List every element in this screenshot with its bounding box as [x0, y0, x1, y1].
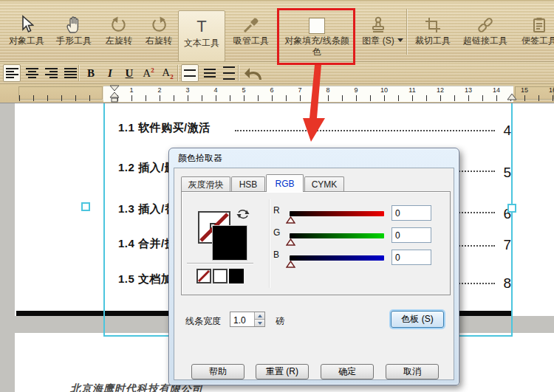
italic-icon: I	[108, 67, 112, 80]
ruler-number: 12	[437, 86, 444, 94]
color-picker-dialog[interactable]: 颜色拾取器 灰度滑块 HSB RGB CYMK R	[168, 148, 459, 385]
green-slider-track[interactable]	[290, 233, 384, 238]
ok-button[interactable]: 确定	[321, 364, 374, 379]
palette-button[interactable]: 色板 (S)	[391, 311, 444, 328]
undo-button[interactable]	[242, 64, 264, 82]
toc-page-number: 8	[488, 275, 511, 292]
tab-hsb[interactable]: HSB	[231, 176, 265, 192]
green-slider-thumb[interactable]	[286, 238, 295, 246]
ruler-number: 14	[493, 86, 500, 94]
rotate-right-button[interactable]: 右旋转	[140, 9, 177, 62]
canvas-left-gutter	[0, 103, 15, 392]
dialog-title: 颜色拾取器	[178, 152, 222, 165]
blue-slider-track[interactable]	[290, 255, 384, 261]
red-slider-track[interactable]	[290, 211, 384, 216]
subscript-button[interactable]: A2	[159, 64, 177, 82]
line-spacing-medium-icon	[204, 69, 216, 78]
bold-button[interactable]: B	[82, 64, 100, 82]
line-spacing-double-button[interactable]	[220, 64, 238, 82]
app-window: 对象工具 手形工具 左旋转 右旋转 T 文本工具	[0, 0, 554, 392]
blue-slider-thumb[interactable]	[286, 261, 295, 268]
ruler-number: 5	[242, 86, 245, 94]
red-value-input[interactable]	[391, 205, 431, 221]
hyperlink-tool-button[interactable]: 超链接工具	[461, 9, 510, 62]
italic-button[interactable]: I	[101, 64, 119, 82]
reset-button[interactable]: 重置 (R)	[256, 364, 309, 379]
align-left-button[interactable]	[3, 64, 21, 82]
slider-label-r: R	[273, 205, 285, 216]
tab-rgb[interactable]: RGB	[266, 174, 304, 192]
align-justify-button[interactable]	[61, 64, 79, 82]
green-value-input[interactable]	[391, 227, 431, 243]
toolbar-separator	[177, 65, 178, 81]
cancel-button[interactable]: 取消	[386, 364, 439, 379]
superscript-button[interactable]: A2	[140, 64, 157, 82]
line-spacing-double-icon	[223, 66, 235, 80]
no-color-swatch[interactable]	[196, 269, 211, 283]
red-slider-thumb[interactable]	[286, 216, 295, 224]
line-width-input[interactable]	[230, 312, 254, 326]
white-swatch[interactable]	[213, 269, 228, 283]
slider-label-g: G	[273, 227, 285, 238]
note-tool-button[interactable]: 便签工具	[517, 9, 554, 62]
no-color-slash-icon	[198, 270, 210, 282]
tab-cymk[interactable]: CYMK	[304, 176, 344, 192]
ruler-number: 16	[549, 86, 554, 94]
align-center-button[interactable]	[23, 64, 41, 82]
eyedropper-tool-button[interactable]: 吸管工具	[229, 9, 273, 62]
object-tool-button[interactable]: 对象工具	[3, 9, 50, 62]
right-indent-marker[interactable]	[507, 93, 517, 101]
rotate-left-button[interactable]: 左旋转	[100, 9, 137, 62]
indent-markers[interactable]	[108, 85, 123, 103]
ruler-number: 15	[521, 86, 528, 94]
spinner-up-button[interactable]	[255, 312, 264, 319]
note-tool-label: 便签工具	[521, 35, 554, 47]
spinner-down-button[interactable]	[255, 319, 264, 326]
crop-tool-label: 裁切工具	[415, 35, 451, 47]
preview-separator	[187, 263, 253, 264]
object-tool-label: 对象工具	[9, 35, 44, 47]
rotate-left-label: 左旋转	[106, 35, 132, 47]
selection-handle[interactable]	[507, 204, 516, 213]
swap-colors-icon[interactable]	[236, 208, 250, 220]
toolbar-separator	[406, 9, 407, 55]
cursor-arrow-icon	[19, 9, 34, 35]
toolbar-separator	[78, 65, 79, 81]
align-right-button[interactable]	[42, 64, 60, 82]
horizontal-ruler[interactable]: 1 2 3 4 5 6 7 8 9 10 11 12 13 14 15 16	[0, 84, 554, 103]
line-spacing-single-button[interactable]	[181, 64, 199, 82]
line-spacing-medium-button[interactable]	[201, 64, 219, 82]
selection-right-edge[interactable]	[511, 103, 513, 336]
underline-button[interactable]: U	[120, 64, 138, 82]
subscript-icon: A2	[162, 66, 173, 80]
ruler-number: 10	[380, 86, 388, 94]
help-button[interactable]: 帮助	[191, 364, 244, 379]
selection-handle[interactable]	[81, 202, 90, 211]
annotation-red-box	[277, 8, 355, 65]
toc-row-text: 1.4 合并/拆	[118, 237, 176, 251]
line-width-spinner[interactable]	[230, 312, 265, 327]
eyedropper-icon	[242, 9, 260, 35]
crop-tool-button[interactable]: 裁切工具	[414, 9, 452, 62]
hand-tool-label: 手形工具	[56, 35, 92, 47]
tab-gray-slider[interactable]: 灰度滑块	[181, 176, 230, 192]
align-center-icon	[26, 68, 38, 78]
black-swatch[interactable]	[229, 269, 244, 283]
hand-tool-button[interactable]: 手形工具	[50, 9, 98, 62]
blue-value-input[interactable]	[391, 250, 431, 265]
text-tool-button[interactable]: T 文本工具	[178, 10, 225, 62]
ruler-number: 1	[129, 86, 133, 94]
ruler-number: 13	[465, 86, 472, 94]
stamp-button[interactable]: 图章 (S)	[359, 9, 397, 62]
fill-color-swatch[interactable]	[213, 226, 247, 260]
undo-arrow-icon	[244, 66, 263, 80]
ruler-number: 11	[408, 86, 415, 94]
selection-left-edge[interactable]	[103, 103, 105, 336]
line-width-label: 线条宽度	[185, 315, 221, 328]
hyperlink-icon	[476, 9, 495, 35]
align-right-icon	[45, 68, 58, 78]
eyedropper-tool-label: 吸管工具	[233, 35, 269, 47]
stamp-dropdown-caret-icon[interactable]	[397, 38, 403, 42]
note-icon	[531, 9, 547, 35]
underline-icon: U	[126, 67, 134, 80]
